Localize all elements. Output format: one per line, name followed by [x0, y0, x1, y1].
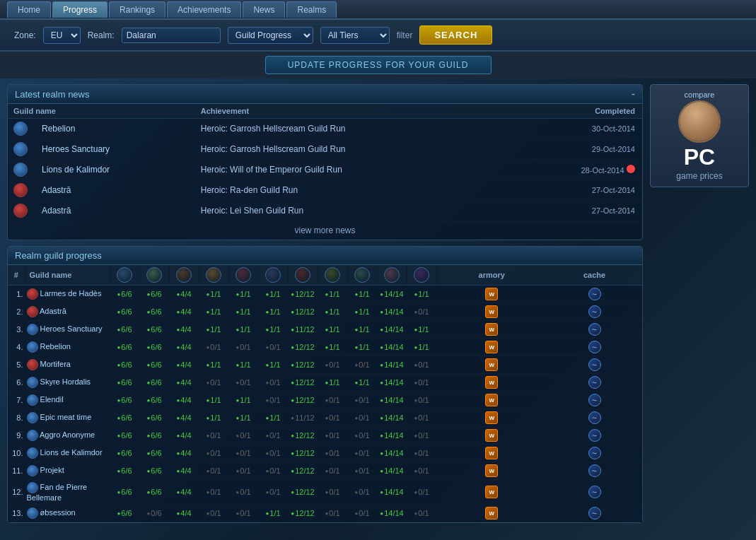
cache-icon[interactable]: 〜 — [588, 394, 601, 406]
rank-number: 13. — [8, 505, 25, 522]
score-cell-9: ● 14/14 — [377, 445, 407, 462]
armory-cell: W — [436, 286, 547, 303]
top-navigation: Home Progress Rankings Achievements News… — [0, 0, 756, 20]
score-cell-8: ● 0/1 — [347, 392, 377, 409]
cache-icon[interactable]: 〜 — [588, 486, 601, 498]
nav-tab-achievements[interactable]: Achievements — [167, 1, 241, 18]
score-cell-10: ● 1/1 — [407, 286, 436, 303]
nav-tab-news[interactable]: News — [243, 1, 285, 18]
nav-tab-rankings[interactable]: Rankings — [109, 1, 165, 18]
online-dot — [627, 165, 635, 173]
guild-name-link[interactable]: Projekt — [40, 466, 64, 474]
cache-cell: 〜 — [547, 427, 642, 445]
guild-name-link[interactable]: Epic meat time — [40, 413, 92, 421]
cache-icon[interactable]: 〜 — [588, 341, 601, 353]
guild-name-link[interactable]: Lions de Kalimdor — [40, 448, 103, 457]
armory-icon[interactable]: W — [485, 323, 498, 336]
armory-icon[interactable]: W — [485, 447, 498, 459]
progress-table: # Guild name armory cache 1. Larmes de H… — [8, 265, 642, 522]
guild-name-link[interactable]: Larmes de Hadès — [40, 289, 102, 298]
news-guild-name[interactable]: Lions de Kalimdor — [36, 160, 195, 180]
score-cell-0: ● 6/6 — [110, 286, 139, 303]
cache-icon[interactable]: 〜 — [588, 358, 601, 371]
zone-select[interactable]: EU US KR TW — [43, 27, 81, 44]
armory-icon[interactable]: W — [485, 358, 498, 371]
cache-icon[interactable]: 〜 — [588, 507, 601, 520]
score-cell-6: ● 12/12 — [288, 356, 318, 374]
score-cell-7: ● 0/1 — [318, 480, 347, 505]
guild-name-link[interactable]: Aggro Anonyme — [40, 430, 95, 439]
score-cell-2: ● 4/4 — [169, 445, 199, 462]
guild-name-link[interactable]: Rebelion — [40, 342, 71, 351]
guild-name-link[interactable]: øbsession — [40, 508, 76, 517]
nav-tab-realms[interactable]: Realms — [286, 1, 337, 18]
armory-cell: W — [436, 321, 547, 339]
cache-icon[interactable]: 〜 — [588, 376, 601, 389]
armory-icon[interactable]: W — [485, 486, 498, 498]
pc-logo: PC — [656, 146, 743, 168]
news-date: 29-Oct-2014 — [592, 145, 635, 153]
news-guild-name[interactable]: Heroes Sanctuary — [36, 139, 195, 160]
score-cell-8: ● 0/1 — [347, 409, 377, 427]
raid-icon-4 — [235, 267, 251, 283]
news-guild-name[interactable]: Adastrā — [36, 201, 195, 221]
armory-icon[interactable]: W — [485, 429, 498, 442]
news-guild-name[interactable]: Adastrā — [36, 180, 195, 201]
update-progress-button[interactable]: UPDATE PROGRESS FOR YOUR GUILD — [265, 56, 492, 74]
cache-icon[interactable]: 〜 — [588, 447, 601, 459]
cache-icon[interactable]: 〜 — [588, 429, 601, 442]
armory-cell: W — [436, 356, 547, 374]
cache-icon[interactable]: 〜 — [588, 305, 601, 318]
filter-label[interactable]: filter — [397, 30, 413, 40]
score-cell-6: ● 12/12 — [288, 505, 318, 522]
guild-name-link[interactable]: Adastrā — [40, 307, 66, 315]
news-guild-name[interactable]: Rebelion — [36, 119, 195, 139]
armory-icon[interactable]: W — [485, 411, 498, 424]
guild-name-link[interactable]: Mortifera — [40, 360, 71, 368]
news-row-right: 30-Oct-2014 — [508, 119, 642, 139]
tiers-select[interactable]: All Tiers Current Tier — [320, 27, 390, 44]
main-content: Latest realm news - Guild name Achieveme… — [0, 78, 756, 540]
cache-icon[interactable]: 〜 — [588, 323, 601, 336]
progress-select[interactable]: Guild Progress Realm Progress — [228, 27, 313, 44]
guild-name-link[interactable]: Heroes Sanctuary — [40, 324, 103, 333]
armory-icon[interactable]: W — [485, 507, 498, 520]
score-cell-0: ● 6/6 — [110, 462, 139, 480]
nav-tab-progress[interactable]: Progress — [52, 1, 107, 18]
score-cell-10: ● 0/1 — [407, 374, 436, 392]
guild-name-cell: Heroes Sanctuary — [25, 321, 110, 339]
realm-input[interactable] — [122, 28, 221, 43]
raid-icon-2 — [176, 267, 192, 283]
armory-icon[interactable]: W — [485, 464, 498, 477]
armory-icon[interactable]: W — [485, 341, 498, 353]
score-cell-5: ● 0/1 — [258, 374, 288, 392]
col-achievement: Achievement — [195, 104, 508, 119]
cache-icon[interactable]: 〜 — [588, 288, 601, 300]
score-cell-4: ● 0/1 — [228, 374, 258, 392]
col-raid-7 — [318, 265, 347, 286]
armory-icon[interactable]: W — [485, 394, 498, 406]
score-cell-7: ● 1/1 — [318, 321, 347, 339]
score-cell-5: ● 1/1 — [258, 286, 288, 303]
view-more[interactable]: view more news — [8, 221, 642, 240]
guild-name-link[interactable]: Skyre Hordalis — [40, 377, 91, 386]
news-row: Lions de Kalimdor Heroic: Will of the Em… — [8, 160, 642, 180]
search-button[interactable]: SEARCH — [419, 25, 492, 45]
progress-row: 7. Elendil ● 6/6 ● 6/6 ● 4/4 ● 1/1 — [8, 392, 642, 409]
nav-tab-home[interactable]: Home — [7, 1, 51, 18]
score-cell-2: ● 4/4 — [169, 427, 199, 445]
minimize-button[interactable]: - — [632, 88, 635, 100]
guild-name-link[interactable]: Elendil — [40, 395, 64, 404]
score-cell-0: ● 6/6 — [110, 339, 139, 356]
cache-icon[interactable]: 〜 — [588, 411, 601, 424]
score-cell-7: ● 0/1 — [318, 409, 347, 427]
cache-icon[interactable]: 〜 — [588, 464, 601, 477]
armory-icon[interactable]: W — [485, 305, 498, 318]
progress-row: 9. Aggro Anonyme ● 6/6 ● 6/6 ● 4/4 ● 0/1 — [8, 427, 642, 445]
score-cell-1: ● 6/6 — [139, 462, 169, 480]
armory-icon[interactable]: W — [485, 288, 498, 300]
score-cell-4: ● 1/1 — [228, 303, 258, 321]
armory-icon[interactable]: W — [485, 376, 498, 389]
score-cell-0: ● 6/6 — [110, 409, 139, 427]
score-cell-5: ● 1/1 — [258, 409, 288, 427]
